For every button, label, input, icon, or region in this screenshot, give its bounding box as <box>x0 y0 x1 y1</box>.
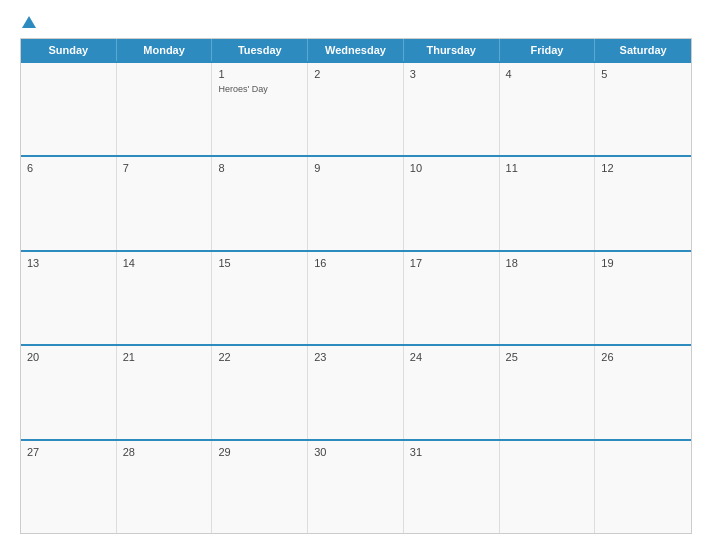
day-number: 18 <box>506 256 589 271</box>
cell-week5-day0: 27 <box>21 441 117 533</box>
cell-week1-day4: 3 <box>404 63 500 155</box>
day-number: 24 <box>410 350 493 365</box>
cell-week5-day2: 29 <box>212 441 308 533</box>
header-friday: Friday <box>500 39 596 61</box>
cell-week4-day1: 21 <box>117 346 213 438</box>
cell-week5-day1: 28 <box>117 441 213 533</box>
calendar: Sunday Monday Tuesday Wednesday Thursday… <box>20 38 692 534</box>
cell-week3-day5: 18 <box>500 252 596 344</box>
day-number: 3 <box>410 67 493 82</box>
header-saturday: Saturday <box>595 39 691 61</box>
day-number: 26 <box>601 350 685 365</box>
week-row-3: 13141516171819 <box>21 250 691 344</box>
cell-week3-day3: 16 <box>308 252 404 344</box>
day-number: 7 <box>123 161 206 176</box>
header-sunday: Sunday <box>21 39 117 61</box>
cell-week4-day2: 22 <box>212 346 308 438</box>
day-number: 5 <box>601 67 685 82</box>
day-number: 8 <box>218 161 301 176</box>
day-number: 22 <box>218 350 301 365</box>
event-label: Heroes' Day <box>218 84 301 96</box>
calendar-header: Sunday Monday Tuesday Wednesday Thursday… <box>21 39 691 61</box>
cell-week3-day6: 19 <box>595 252 691 344</box>
cell-week1-day1 <box>117 63 213 155</box>
cell-week3-day0: 13 <box>21 252 117 344</box>
cell-week2-day0: 6 <box>21 157 117 249</box>
cell-week2-day3: 9 <box>308 157 404 249</box>
header-tuesday: Tuesday <box>212 39 308 61</box>
day-number: 19 <box>601 256 685 271</box>
day-number: 4 <box>506 67 589 82</box>
day-number: 16 <box>314 256 397 271</box>
cell-week1-day2: 1Heroes' Day <box>212 63 308 155</box>
cell-week4-day6: 26 <box>595 346 691 438</box>
logo <box>20 16 36 28</box>
header-monday: Monday <box>117 39 213 61</box>
cell-week5-day6 <box>595 441 691 533</box>
header-thursday: Thursday <box>404 39 500 61</box>
day-number: 27 <box>27 445 110 460</box>
day-number: 13 <box>27 256 110 271</box>
cell-week3-day1: 14 <box>117 252 213 344</box>
day-number: 30 <box>314 445 397 460</box>
week-row-4: 20212223242526 <box>21 344 691 438</box>
day-number: 23 <box>314 350 397 365</box>
day-number: 25 <box>506 350 589 365</box>
day-number: 31 <box>410 445 493 460</box>
day-number: 2 <box>314 67 397 82</box>
cell-week5-day4: 31 <box>404 441 500 533</box>
cell-week2-day6: 12 <box>595 157 691 249</box>
cell-week5-day5 <box>500 441 596 533</box>
calendar-weeks: 1Heroes' Day2345678910111213141516171819… <box>21 61 691 533</box>
cell-week5-day3: 30 <box>308 441 404 533</box>
cell-week2-day4: 10 <box>404 157 500 249</box>
week-row-2: 6789101112 <box>21 155 691 249</box>
day-number: 21 <box>123 350 206 365</box>
cell-week2-day1: 7 <box>117 157 213 249</box>
day-number: 12 <box>601 161 685 176</box>
header <box>20 16 692 28</box>
day-number: 6 <box>27 161 110 176</box>
cell-week3-day2: 15 <box>212 252 308 344</box>
cell-week4-day3: 23 <box>308 346 404 438</box>
day-number: 15 <box>218 256 301 271</box>
day-number: 10 <box>410 161 493 176</box>
cell-week2-day2: 8 <box>212 157 308 249</box>
week-row-5: 2728293031 <box>21 439 691 533</box>
day-number: 28 <box>123 445 206 460</box>
day-number: 9 <box>314 161 397 176</box>
cell-week3-day4: 17 <box>404 252 500 344</box>
day-number: 29 <box>218 445 301 460</box>
cell-week2-day5: 11 <box>500 157 596 249</box>
week-row-1: 1Heroes' Day2345 <box>21 61 691 155</box>
day-number: 17 <box>410 256 493 271</box>
cell-week1-day0 <box>21 63 117 155</box>
day-number: 14 <box>123 256 206 271</box>
cell-week1-day5: 4 <box>500 63 596 155</box>
header-wednesday: Wednesday <box>308 39 404 61</box>
day-number: 1 <box>218 67 301 82</box>
logo-triangle-icon <box>22 16 36 28</box>
day-number: 20 <box>27 350 110 365</box>
cell-week4-day0: 20 <box>21 346 117 438</box>
cell-week4-day4: 24 <box>404 346 500 438</box>
cell-week1-day3: 2 <box>308 63 404 155</box>
page: Sunday Monday Tuesday Wednesday Thursday… <box>0 0 712 550</box>
day-number: 11 <box>506 161 589 176</box>
cell-week1-day6: 5 <box>595 63 691 155</box>
cell-week4-day5: 25 <box>500 346 596 438</box>
